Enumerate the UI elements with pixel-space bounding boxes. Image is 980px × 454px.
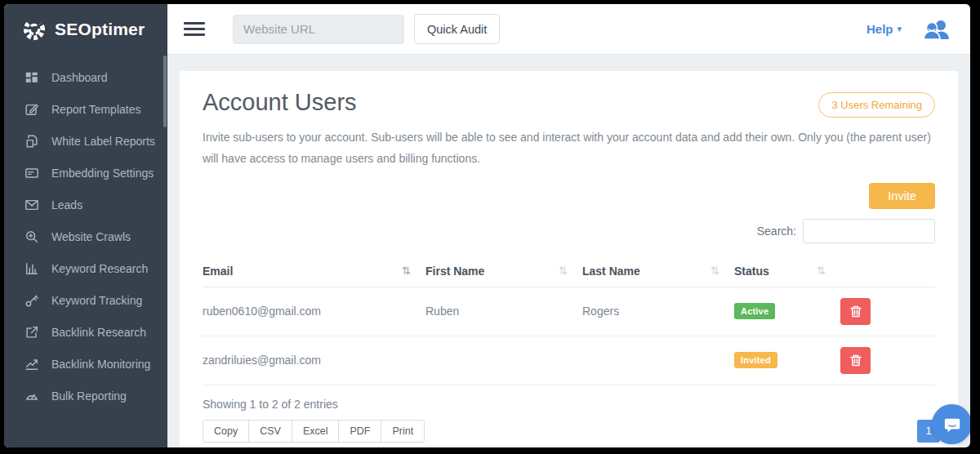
help-label: Help: [866, 22, 893, 36]
keyword-research-icon: [24, 260, 39, 276]
gear-claw-icon: [22, 17, 47, 42]
sidebar-nav: Dashboard Report Templates White Label R…: [4, 61, 167, 412]
sidebar-item-report-templates[interactable]: Report Templates: [4, 93, 167, 125]
help-menu[interactable]: Help ▾: [866, 22, 902, 36]
sidebar-item-website-crawls[interactable]: Website Crawls: [4, 220, 167, 252]
delete-user-button[interactable]: [840, 298, 871, 325]
sidebar-item-label: Embedding Settings: [51, 167, 154, 180]
table-header-row: Email⇅ First Name⇅ Last Name⇅ Status⇅: [203, 256, 935, 287]
page-title: Account Users: [203, 89, 357, 116]
sidebar-item-dashboard[interactable]: Dashboard: [4, 61, 167, 93]
status-badge: Active: [734, 303, 775, 319]
search-label: Search:: [757, 225, 796, 238]
users-table: Email⇅ First Name⇅ Last Name⇅ Status⇅: [203, 256, 935, 385]
export-button-group: Copy CSV Excel PDF Print: [203, 420, 425, 443]
website-crawls-icon: [24, 229, 39, 244]
sidebar-item-leads[interactable]: Leads: [4, 189, 167, 220]
keyword-tracking-icon: [24, 292, 39, 308]
chat-icon: [942, 415, 962, 434]
users-remaining-badge: 3 Users Remaining: [818, 92, 935, 118]
sidebar-item-label: Backlink Research: [51, 326, 146, 339]
trash-icon: [850, 305, 862, 318]
sidebar-item-bulk-reporting[interactable]: Bulk Reporting: [4, 380, 167, 412]
topbar: Quick Audit Help ▾: [167, 4, 970, 55]
app-window: SEOptimer Dashboard Report Templates: [4, 4, 970, 447]
caret-down-icon: ▾: [897, 24, 902, 34]
cell-last-name: [582, 336, 734, 385]
sort-icon[interactable]: ⇅: [817, 265, 826, 277]
white-label-reports-icon: [24, 133, 39, 149]
sidebar-item-label: Keyword Tracking: [51, 294, 142, 307]
embedding-settings-icon: [24, 165, 39, 180]
cell-email: zandriluies@gmail.com: [203, 336, 425, 385]
sidebar-item-label: Dashboard: [51, 71, 108, 84]
cell-first-name: Ruben: [425, 287, 582, 336]
sidebar-item-keyword-research[interactable]: Keyword Research: [4, 252, 167, 284]
sidebar-item-label: Keyword Research: [51, 262, 148, 275]
cell-first-name: [425, 336, 582, 385]
main-content: Account Users 3 Users Remaining Invite s…: [167, 55, 970, 447]
sidebar-item-label: White Label Reports: [51, 135, 155, 148]
account-users-button[interactable]: [923, 19, 951, 40]
brand-logo[interactable]: SEOptimer: [4, 4, 167, 53]
column-header-first-name[interactable]: First Name⇅: [425, 256, 582, 287]
leads-icon: [24, 197, 39, 212]
invite-button[interactable]: Invite: [869, 183, 935, 209]
report-templates-icon: [24, 101, 39, 117]
sidebar-scrollbar[interactable]: [163, 56, 167, 127]
export-pdf-button[interactable]: PDF: [338, 420, 381, 443]
column-header-email[interactable]: Email⇅: [203, 256, 425, 287]
export-csv-button[interactable]: CSV: [248, 420, 292, 443]
status-badge: Invited: [734, 352, 777, 368]
sidebar-item-backlink-monitoring[interactable]: Backlink Monitoring: [4, 348, 167, 380]
sort-icon[interactable]: ⇅: [402, 265, 411, 277]
sidebar-item-label: Backlink Monitoring: [51, 358, 150, 371]
account-users-card: Account Users 3 Users Remaining Invite s…: [180, 71, 958, 447]
export-print-button[interactable]: Print: [381, 420, 425, 443]
sidebar-item-white-label-reports[interactable]: White Label Reports: [4, 125, 167, 157]
sidebar-item-label: Report Templates: [51, 103, 140, 116]
sidebar-item-label: Leads: [51, 198, 82, 211]
column-header-status[interactable]: Status⇅: [734, 256, 840, 287]
sidebar-item-keyword-tracking[interactable]: Keyword Tracking: [4, 284, 167, 316]
quick-audit-button[interactable]: Quick Audit: [414, 14, 500, 44]
trash-icon: [850, 354, 862, 367]
page-description: Invite sub-users to your account. Sub-us…: [203, 127, 935, 170]
table-row: zandriluies@gmail.com Invited: [203, 336, 935, 385]
brand-name: SEOptimer: [55, 20, 145, 39]
export-excel-button[interactable]: Excel: [292, 420, 340, 443]
sort-icon[interactable]: ⇅: [559, 265, 568, 277]
sidebar: SEOptimer Dashboard Report Templates: [4, 4, 167, 447]
website-url-input[interactable]: [233, 15, 404, 44]
sort-icon[interactable]: ⇅: [710, 265, 719, 277]
chat-launcher-button[interactable]: [932, 404, 970, 444]
backlink-research-icon: [24, 324, 39, 340]
table-row: ruben0610@gmail.com Ruben Rogers Active: [203, 287, 935, 336]
cell-email: ruben0610@gmail.com: [203, 287, 425, 336]
sidebar-item-embedding-settings[interactable]: Embedding Settings: [4, 157, 167, 189]
sidebar-item-label: Website Crawls: [51, 230, 131, 243]
hamburger-icon[interactable]: [184, 22, 205, 36]
search-input[interactable]: [803, 219, 935, 243]
dashboard-icon: [24, 69, 39, 85]
column-header-last-name[interactable]: Last Name⇅: [582, 256, 734, 287]
export-copy-button[interactable]: Copy: [203, 420, 249, 443]
sidebar-item-backlink-research[interactable]: Backlink Research: [4, 316, 167, 348]
users-icon: [923, 19, 951, 40]
cell-last-name: Rogers: [582, 287, 734, 336]
delete-user-button[interactable]: [840, 347, 871, 374]
column-header-actions: [840, 256, 935, 287]
backlink-monitoring-icon: [24, 356, 39, 372]
table-summary: Showing 1 to 2 of 2 entries: [203, 398, 935, 411]
sidebar-item-label: Bulk Reporting: [51, 389, 127, 403]
bulk-reporting-icon: [24, 388, 39, 403]
